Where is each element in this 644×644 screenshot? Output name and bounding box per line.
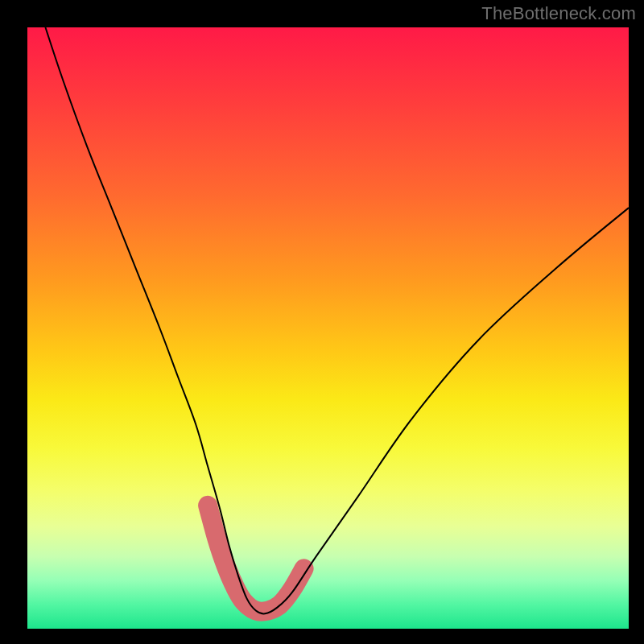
chart-frame: TheBottleneck.com xyxy=(0,0,644,644)
chart-plot-area xyxy=(27,27,629,629)
bottleneck-curve-path xyxy=(45,27,629,614)
watermark-text: TheBottleneck.com xyxy=(481,3,636,24)
curve-layer xyxy=(27,27,629,629)
